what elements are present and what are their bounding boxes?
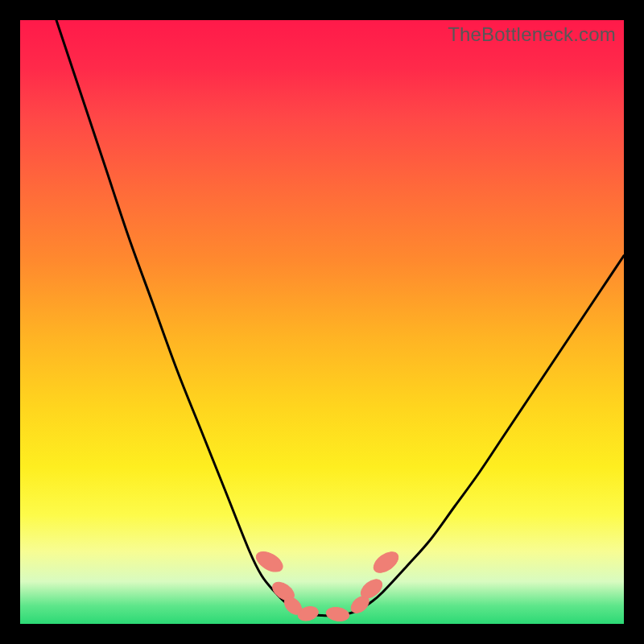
plot-area: TheBottleneck.com — [20, 20, 624, 624]
series-left-curve — [56, 20, 298, 611]
chart-frame: TheBottleneck.com — [0, 0, 644, 644]
right-upper-bead — [370, 548, 402, 577]
floor-right-bead — [325, 606, 350, 622]
chart-svg — [20, 20, 624, 624]
